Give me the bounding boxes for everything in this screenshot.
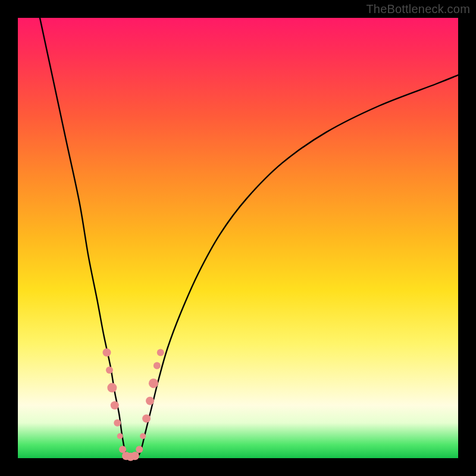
highlight-dot [136,446,143,453]
highlight-dot [107,383,117,393]
highlight-dot-group [102,348,164,461]
watermark-text: TheBottleneck.com [366,2,470,16]
highlight-dot [119,446,126,453]
highlight-dot [157,349,164,356]
highlight-dot [111,401,119,409]
highlight-dot [131,452,139,460]
bottleneck-curve-line [40,18,458,459]
highlight-dot [102,348,111,356]
highlight-dot [117,433,123,439]
highlight-dot [106,367,113,374]
plot-area [18,18,458,458]
highlight-dot [142,414,151,422]
highlight-dot [114,419,121,427]
highlight-dot [149,378,158,388]
bottleneck-chart-svg [18,18,458,458]
highlight-dot [140,433,146,439]
chart-frame: TheBottleneck.com [0,0,476,476]
highlight-dot [146,397,154,405]
highlight-dot [154,362,161,369]
